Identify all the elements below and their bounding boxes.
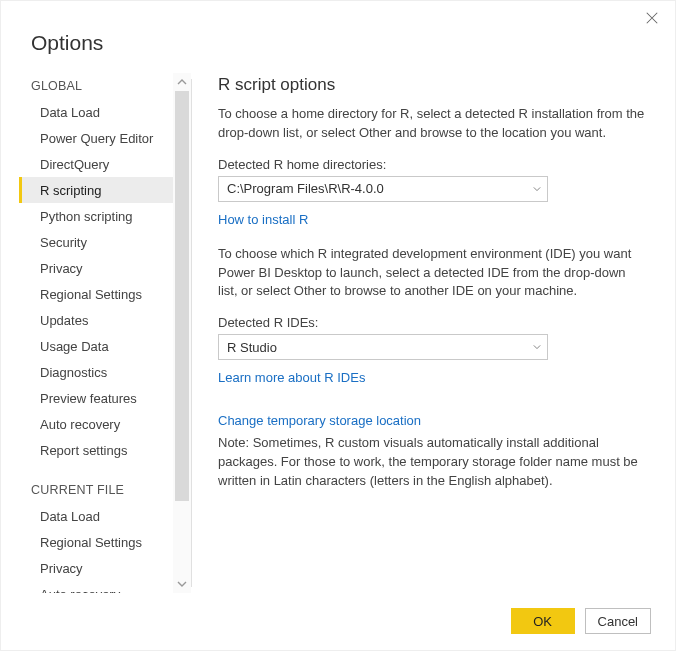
sidebar-item-power-query-editor[interactable]: Power Query Editor [19, 125, 173, 151]
r-ide-label: Detected R IDEs: [218, 315, 647, 330]
sidebar-item-updates[interactable]: Updates [19, 307, 173, 333]
sidebar-item-diagnostics[interactable]: Diagnostics [19, 359, 173, 385]
cancel-button[interactable]: Cancel [585, 608, 651, 634]
sidebar-item-security[interactable]: Security [19, 229, 173, 255]
sidebar-item-r-scripting[interactable]: R scripting [19, 177, 173, 203]
ide-intro-text: To choose which R integrated development… [218, 245, 647, 302]
r-home-label: Detected R home directories: [218, 157, 647, 172]
sidebar-section-header: GLOBAL [19, 73, 173, 99]
learn-more-r-ides-link[interactable]: Learn more about R IDEs [218, 370, 365, 385]
scroll-down-button[interactable] [173, 575, 191, 593]
scrollbar-thumb[interactable] [175, 91, 189, 501]
dialog-body: GLOBALData LoadPower Query EditorDirectQ… [1, 73, 675, 593]
sidebar-item-report-settings[interactable]: Report settings [19, 437, 173, 463]
close-icon [645, 11, 659, 25]
how-to-install-r-link[interactable]: How to install R [218, 212, 308, 227]
sidebar-item-privacy[interactable]: Privacy [19, 255, 173, 281]
chevron-down-icon [177, 579, 187, 589]
intro-text: To choose a home directory for R, select… [218, 105, 647, 143]
r-home-value: C:\Program Files\R\R-4.0.0 [227, 181, 384, 196]
scroll-up-button[interactable] [173, 73, 191, 91]
sidebar-item-regional-settings[interactable]: Regional Settings [19, 281, 173, 307]
options-dialog: Options GLOBALData LoadPower Query Edito… [0, 0, 676, 651]
r-ide-value: R Studio [227, 340, 277, 355]
chevron-down-icon [533, 185, 541, 193]
sidebar-item-auto-recovery[interactable]: Auto recovery [19, 581, 173, 593]
sidebar-item-usage-data[interactable]: Usage Data [19, 333, 173, 359]
sidebar-item-regional-settings[interactable]: Regional Settings [19, 529, 173, 555]
sidebar-item-preview-features[interactable]: Preview features [19, 385, 173, 411]
chevron-down-icon [533, 343, 541, 351]
sidebar-item-privacy[interactable]: Privacy [19, 555, 173, 581]
chevron-up-icon [177, 77, 187, 87]
content-pane: R script options To choose a home direct… [192, 73, 675, 593]
sidebar-wrap: GLOBALData LoadPower Query EditorDirectQ… [19, 73, 191, 593]
sidebar: GLOBALData LoadPower Query EditorDirectQ… [19, 73, 173, 593]
sidebar-item-python-scripting[interactable]: Python scripting [19, 203, 173, 229]
sidebar-item-data-load[interactable]: Data Load [19, 99, 173, 125]
ok-button[interactable]: OK [511, 608, 575, 634]
sidebar-item-data-load[interactable]: Data Load [19, 503, 173, 529]
content-heading: R script options [218, 75, 647, 95]
dialog-title: Options [1, 1, 675, 73]
note-text: Note: Sometimes, R custom visuals automa… [218, 434, 647, 491]
sidebar-item-directquery[interactable]: DirectQuery [19, 151, 173, 177]
r-ide-dropdown[interactable]: R Studio [218, 334, 548, 360]
sidebar-section-header: CURRENT FILE [19, 477, 173, 503]
close-button[interactable] [645, 11, 661, 27]
dialog-footer: OK Cancel [511, 608, 651, 634]
r-home-dropdown[interactable]: C:\Program Files\R\R-4.0.0 [218, 176, 548, 202]
sidebar-scrollbar[interactable] [173, 73, 191, 593]
change-temp-storage-link[interactable]: Change temporary storage location [218, 413, 421, 428]
sidebar-item-auto-recovery[interactable]: Auto recovery [19, 411, 173, 437]
